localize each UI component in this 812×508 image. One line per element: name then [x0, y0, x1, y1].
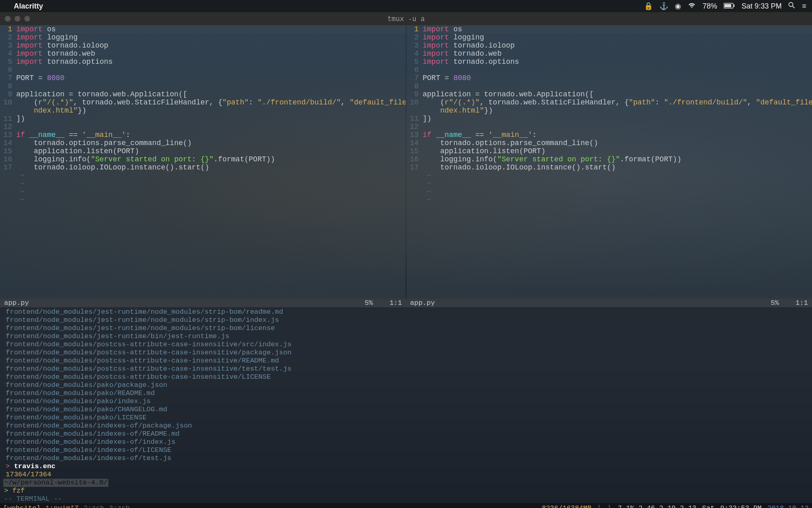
tmux-statusbar: [website] 1:nvim*Z 2:zsh 3:zsh- 8236/163… — [0, 503, 812, 508]
lock-icon[interactable]: 🔒 — [644, 2, 653, 11]
svg-rect-2 — [734, 4, 734, 7]
fzf-result-row[interactable]: frontend/node_modules/postcss-attribute-… — [0, 357, 812, 365]
empty-line-tilde: ~ — [20, 172, 406, 180]
fzf-result-row[interactable]: frontend/node_modules/indexes-of/LICENSE — [0, 446, 812, 454]
code-line[interactable]: import tornado.web — [16, 50, 406, 58]
fzf-result-row[interactable]: frontend/node_modules/pako/index.js — [0, 397, 812, 406]
close-window-icon[interactable] — [5, 16, 11, 22]
spotify-icon[interactable]: ◉ — [675, 2, 681, 11]
status-percent: 5% — [365, 299, 373, 307]
fzf-result-row[interactable]: frontend/node_modules/postcss-attribute-… — [0, 365, 812, 373]
svg-rect-1 — [724, 4, 731, 7]
code-line[interactable]: application = tornado.web.Application([ — [423, 90, 812, 98]
code-area[interactable]: import osimport loggingimport tornado.io… — [423, 25, 812, 204]
code-line[interactable]: ndex.html"}) — [16, 106, 406, 115]
code-line[interactable]: import tornado.options — [423, 58, 812, 66]
code-line[interactable]: ]) — [16, 115, 406, 123]
empty-line-tilde: ~ — [427, 188, 812, 196]
code-line[interactable]: import logging — [16, 33, 406, 41]
code-line[interactable]: PORT = 8080 — [16, 74, 406, 82]
window-titlebar: tmux -u a — [0, 12, 812, 25]
fzf-selected-row[interactable]: > travis.enc — [0, 462, 812, 471]
code-line[interactable] — [423, 66, 812, 74]
code-line[interactable]: PORT = 8080 — [423, 74, 812, 82]
code-line[interactable]: import logging — [423, 33, 812, 41]
wifi-icon[interactable] — [688, 2, 696, 11]
code-line[interactable]: ndex.html"}) — [423, 106, 812, 115]
tmux-session[interactable]: [website] — [3, 504, 41, 508]
fzf-cwd: ~/w/personal-website-4.0/ — [3, 479, 108, 487]
fzf-result-row[interactable]: frontend/node_modules/postcss-attribute-… — [0, 341, 812, 349]
fzf-result-row[interactable]: frontend/node_modules/indexes-of/test.js — [0, 454, 812, 462]
line-gutter: 1234567891011121314151617 — [0, 25, 15, 204]
code-line[interactable]: tornado.ioloop.IOLoop.instance().start() — [16, 163, 406, 172]
vim-mode-indicator: -- TERMINAL -- — [0, 495, 812, 503]
fzf-panel[interactable]: frontend/node_modules/jest-runtime/node_… — [0, 307, 812, 503]
code-area[interactable]: import osimport loggingimport tornado.io… — [16, 25, 406, 204]
code-line[interactable] — [16, 66, 406, 74]
fzf-result-row[interactable]: frontend/node_modules/jest-runtime/node_… — [0, 308, 812, 316]
fzf-result-row[interactable]: frontend/node_modules/indexes-of/README.… — [0, 430, 812, 438]
code-line[interactable]: logging.info("Server started on port: {}… — [423, 155, 812, 163]
fzf-result-row[interactable]: frontend/node_modules/pako/LICENSE — [0, 414, 812, 422]
code-line[interactable]: if __name__ == '__main__': — [423, 131, 812, 139]
menubar-clock[interactable]: Sat 9:33 PM — [741, 2, 782, 11]
code-line[interactable]: (r"/(.*)", tornado.web.StaticFileHandler… — [16, 98, 406, 106]
code-line[interactable] — [16, 123, 406, 131]
tmux-window[interactable]: 3:zsh- — [109, 504, 134, 508]
empty-line-tilde: ~ — [20, 180, 406, 188]
tmux-mem-bar: [ ] — [597, 504, 612, 508]
code-line[interactable]: import os — [423, 25, 812, 33]
code-line[interactable]: import tornado.web — [423, 50, 812, 58]
code-line[interactable] — [423, 82, 812, 90]
empty-line-tilde: ~ — [20, 188, 406, 196]
app-name[interactable]: Alacritty — [14, 2, 43, 11]
code-line[interactable] — [423, 123, 812, 131]
fzf-result-row[interactable]: frontend/node_modules/postcss-attribute-… — [0, 373, 812, 381]
code-line[interactable]: application = tornado.web.Application([ — [16, 90, 406, 98]
docker-icon[interactable]: ⚓ — [659, 2, 668, 11]
code-line[interactable]: tornado.ioloop.IOLoop.instance().start() — [423, 163, 812, 172]
code-line[interactable]: (r"/(.*)", tornado.web.StaticFileHandler… — [423, 98, 812, 106]
battery-icon[interactable] — [723, 2, 735, 11]
macos-menubar: Alacritty 🔒 ⚓ ◉ 78% Sat 9:33 PM ≡ — [0, 0, 812, 12]
code-line[interactable] — [16, 82, 406, 90]
fzf-result-row[interactable]: frontend/node_modules/jest-runtime/bin/j… — [0, 332, 812, 341]
code-line[interactable]: if __name__ == '__main__': — [16, 131, 406, 139]
fzf-caret-icon: > — [6, 462, 10, 470]
editor-pane-left[interactable]: 1234567891011121314151617 import osimpor… — [0, 25, 406, 298]
code-line[interactable]: application.listen(PORT) — [423, 147, 812, 155]
status-file: app.py — [4, 299, 29, 307]
code-line[interactable]: ]) — [423, 115, 812, 123]
prompt-caret-icon: > — [4, 487, 8, 495]
code-line[interactable]: application.listen(PORT) — [16, 147, 406, 155]
fzf-result-row[interactable]: frontend/node_modules/pako/CHANGELOG.md — [0, 406, 812, 414]
code-line[interactable]: logging.info("Server started on port: {}… — [16, 155, 406, 163]
window-title: tmux -u a — [387, 15, 425, 23]
fzf-result-row[interactable]: frontend/node_modules/pako/package.json — [0, 381, 812, 389]
fzf-result-row[interactable]: frontend/node_modules/postcss-attribute-… — [0, 349, 812, 357]
fzf-result-row[interactable]: frontend/node_modules/pako/README.md — [0, 389, 812, 397]
spotlight-icon[interactable] — [788, 2, 795, 11]
code-line[interactable]: import tornado.ioloop — [16, 41, 406, 50]
status-pos: 1:1 — [389, 299, 402, 307]
fzf-result-row[interactable]: frontend/node_modules/indexes-of/package… — [0, 422, 812, 430]
shell-command[interactable]: fzf — [12, 487, 25, 495]
fzf-result-row[interactable]: frontend/node_modules/jest-runtime/node_… — [0, 324, 812, 332]
code-line[interactable]: import os — [16, 25, 406, 33]
menu-icon[interactable]: ≡ — [802, 2, 806, 11]
tmux-window-active[interactable]: 1:nvim*Z — [45, 504, 79, 508]
editor-workspace: 1234567891011121314151617 import osimpor… — [0, 25, 812, 298]
tmux-window[interactable]: 2:zsh — [83, 504, 104, 508]
minimize-window-icon[interactable] — [15, 16, 20, 22]
editor-pane-right[interactable]: 1234567891011121314151617 import osimpor… — [406, 25, 812, 298]
maximize-window-icon[interactable] — [24, 16, 30, 22]
fzf-result-row[interactable]: frontend/node_modules/indexes-of/index.j… — [0, 438, 812, 446]
code-line[interactable]: import tornado.ioloop — [423, 41, 812, 50]
code-line[interactable]: tornado.options.parse_command_line() — [16, 139, 406, 147]
code-line[interactable]: import tornado.options — [16, 58, 406, 66]
tmux-time: 9:33:53 PM — [720, 504, 762, 508]
fzf-result-row[interactable]: frontend/node_modules/jest-runtime/node_… — [0, 316, 812, 324]
fzf-count: 17364/17364 — [0, 471, 812, 479]
code-line[interactable]: tornado.options.parse_command_line() — [423, 139, 812, 147]
